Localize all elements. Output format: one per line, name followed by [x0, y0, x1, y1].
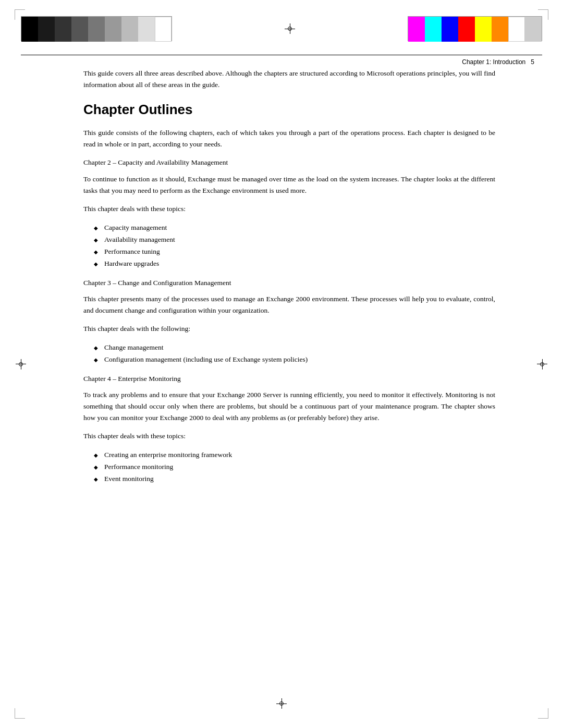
chapter-label: Chapter 1: Introduction: [462, 58, 525, 66]
list-item: Performance monitoring: [94, 461, 495, 473]
chapter3-desc: This chapter presents many of the proces…: [83, 293, 495, 316]
sq-magenta: [408, 17, 425, 42]
chapter3-topics-intro: This chapter deals with the following:: [83, 323, 495, 335]
sq-blue: [442, 17, 458, 42]
left-crosshair-mark: [15, 358, 27, 371]
right-crosshair-icon: [536, 358, 548, 371]
top-bar: [0, 10, 563, 47]
chapter-outline-intro: This guide consists of the following cha…: [83, 127, 495, 150]
page-number: 5: [531, 58, 534, 66]
bottom-crosshair-icon: [275, 697, 288, 710]
bottom-crosshair-circle: [279, 701, 284, 706]
sq-gray2: [105, 17, 121, 42]
chapter-title: Chapter Outlines: [83, 102, 495, 118]
chapter3-heading: Chapter 3 – Change and Configuration Man…: [83, 277, 495, 289]
right-crosshair-mark: [536, 358, 548, 371]
list-item: Capacity management: [94, 222, 495, 234]
intro-paragraph: This guide covers all three areas descri…: [83, 68, 495, 90]
sq-white2: [508, 17, 525, 42]
sq-white: [155, 17, 172, 42]
bottom-crosshair-mark: [275, 697, 288, 710]
sq-cyan: [425, 17, 442, 42]
list-item: Availability management: [94, 234, 495, 246]
list-item: Performance tuning: [94, 246, 495, 258]
sq-gray1: [88, 17, 105, 42]
sq-light1: [138, 17, 155, 42]
sq-black: [21, 17, 38, 42]
left-crosshair-circle: [19, 362, 23, 366]
chapter3-bullet-list: Change management Configuration manageme…: [94, 342, 495, 366]
sq-yellow: [475, 17, 492, 42]
list-item: Event monitoring: [94, 473, 495, 485]
top-crosshair-icon: [284, 22, 296, 35]
corner-mark-bl: [15, 708, 25, 719]
list-item: Hardware upgrades: [94, 258, 495, 270]
page: Chapter 1: Introduction 5 This guide cov…: [0, 0, 563, 728]
right-color-bar: [408, 16, 542, 41]
list-item: Creating an enterprise monitoring framew…: [94, 449, 495, 461]
corner-mark-br: [538, 708, 548, 719]
list-item: Change management: [94, 342, 495, 354]
sq-dark1: [38, 17, 55, 42]
left-crosshair-icon: [15, 358, 27, 371]
chapter4-heading: Chapter 4 – Enterprise Monitoring: [83, 373, 495, 385]
header-rule: [21, 55, 542, 55]
crosshair-circle: [288, 27, 292, 31]
chapter2-bullet-list: Capacity management Availability managem…: [94, 222, 495, 270]
chapter4-desc: To track any problems and to ensure that…: [83, 389, 495, 423]
sq-dark3: [71, 17, 88, 42]
sq-red: [458, 17, 475, 42]
page-header: Chapter 1: Introduction 5: [462, 58, 534, 66]
right-crosshair-circle: [540, 362, 544, 366]
chapter4-topics-intro: This chapter deals with these topics:: [83, 430, 495, 442]
chapter2-topics-intro: This chapter deals with these topics:: [83, 203, 495, 215]
sq-orange: [492, 17, 508, 42]
list-item: Configuration management (including use …: [94, 354, 495, 366]
sq-dark2: [55, 17, 71, 42]
sq-gray3: [121, 17, 138, 42]
main-content: This guide covers all three areas descri…: [83, 68, 495, 665]
chapter4-bullet-list: Creating an enterprise monitoring framew…: [94, 449, 495, 485]
left-color-bar: [21, 16, 172, 41]
sq-silver: [525, 17, 542, 42]
chapter2-desc: To continue to function as it should, Ex…: [83, 174, 495, 196]
chapter2-heading: Chapter 2 – Capacity and Availability Ma…: [83, 157, 495, 168]
